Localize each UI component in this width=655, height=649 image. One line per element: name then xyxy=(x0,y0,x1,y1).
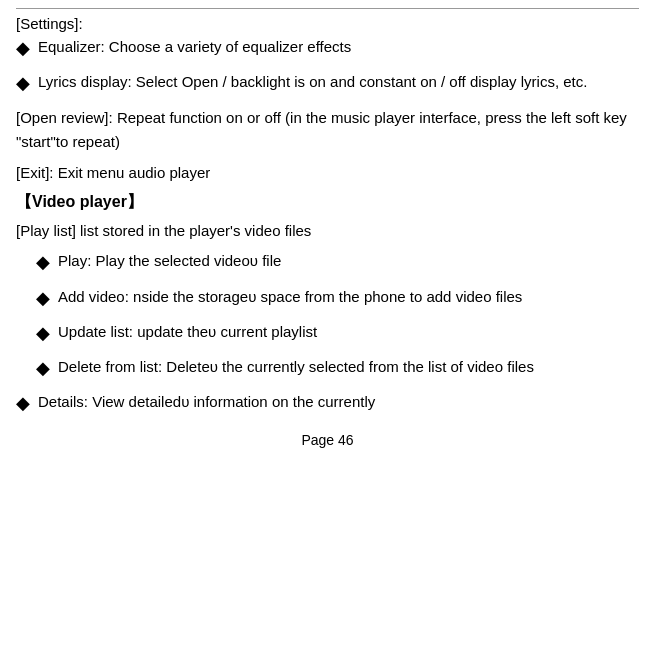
diamond-icon-equalizer: ◆ xyxy=(16,36,30,61)
bullet-update-list: ◆ Update list: update theυ current playl… xyxy=(16,321,639,346)
bullet-equalizer: ◆ Equalizer: Choose a variety of equaliz… xyxy=(16,36,639,61)
bullet-text-details: Details: View detailedυ information on t… xyxy=(38,391,639,414)
diamond-icon-add-video: ◆ xyxy=(36,286,50,311)
bullet-lyrics: ◆ Lyrics display: Select Open / backligh… xyxy=(16,71,639,96)
diamond-icon-play: ◆ xyxy=(36,250,50,275)
diamond-icon-lyrics: ◆ xyxy=(16,71,30,96)
exit-paragraph: [Exit]: Exit menu audio player xyxy=(16,161,639,184)
bullet-play: ◆ Play: Play the selected videoυ file xyxy=(16,250,639,275)
bullet-text-lyrics: Lyrics display: Select Open / backlight … xyxy=(38,71,639,94)
bullet-text-add-video: Add video: nside the storageυ space from… xyxy=(58,286,639,309)
playlist-desc: list stored in the player's video files xyxy=(80,219,311,242)
open-review-paragraph: [Open review]: Repeat function on or off… xyxy=(16,106,639,153)
bullet-delete-from-list: ◆ Delete from list: Deleteυ the currentl… xyxy=(16,356,639,381)
video-player-heading: 【Video player】 xyxy=(16,192,639,213)
bullet-text-delete-from-list: Delete from list: Deleteυ the currently … xyxy=(58,356,639,379)
bullet-details: ◆ Details: View detailedυ information on… xyxy=(16,391,639,416)
bullet-add-video: ◆ Add video: nside the storageυ space fr… xyxy=(16,286,639,311)
settings-label: [Settings]: xyxy=(16,15,639,32)
playlist-bracket: [Play list] xyxy=(16,219,76,242)
diamond-icon-delete-from-list: ◆ xyxy=(36,356,50,381)
diamond-icon-update-list: ◆ xyxy=(36,321,50,346)
bullet-text-equalizer: Equalizer: Choose a variety of equalizer… xyxy=(38,36,639,59)
playlist-line: [Play list] list stored in the player's … xyxy=(16,219,639,242)
diamond-icon-details: ◆ xyxy=(16,391,30,416)
bullet-text-play: Play: Play the selected videoυ file xyxy=(58,250,639,273)
page-number: Page 46 xyxy=(16,432,639,448)
top-divider xyxy=(16,8,639,9)
bullet-text-update-list: Update list: update theυ current playlis… xyxy=(58,321,639,344)
